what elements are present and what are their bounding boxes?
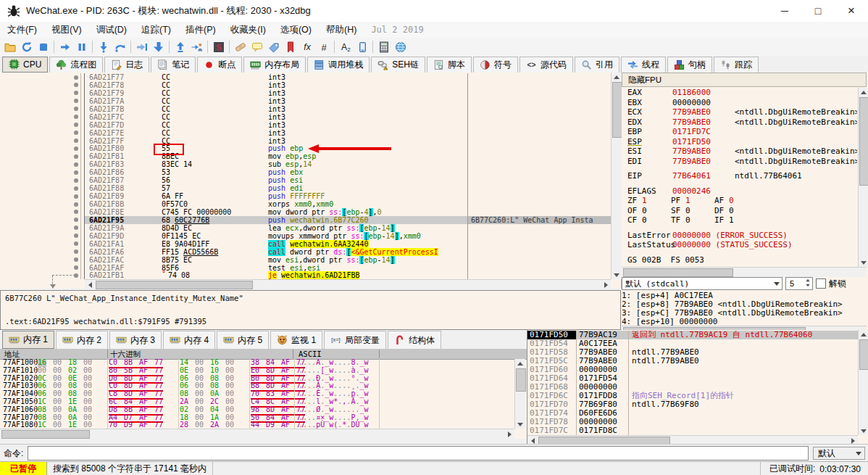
tab-CPU[interactable]: CPU <box>2 57 48 73</box>
registers-vertical-scrollbar[interactable] <box>858 88 868 267</box>
disassembly-vertical-scrollbar[interactable] <box>611 73 622 279</box>
stack-pane[interactable]: 0171FD5077B9AC19返回到 ntdll.77B9AC19 自 ntd… <box>527 330 868 444</box>
breakpoint-dot-icon[interactable] <box>74 210 78 214</box>
tab-调用堆栈[interactable]: 调用堆栈 <box>307 57 370 73</box>
stack-row[interactable]: 0171FD74D60FE6D6 <box>527 409 858 418</box>
disasm-row[interactable]: 6AD21F7DCCint3 <box>0 121 611 129</box>
breakpoint-dot-icon[interactable] <box>74 257 78 262</box>
breakpoint-dot-icon[interactable] <box>74 154 78 159</box>
breakpoint-dot-icon[interactable] <box>74 241 78 246</box>
register-row[interactable]: LastError00000000 (ERROR_SUCCESS) <box>622 231 857 241</box>
bottom-tab-内存-2[interactable]: 内存 2 <box>56 331 108 349</box>
bookmark-button[interactable] <box>282 39 299 54</box>
label-button[interactable] <box>265 39 282 54</box>
registers-horizontal-scrollbar[interactable] <box>622 267 867 277</box>
argument-count-stepper[interactable]: 5 <box>785 277 813 290</box>
disasm-row[interactable]: 6AD21F8EC745 FC 00000000mov dword ptr ss… <box>0 208 611 216</box>
font-size-button[interactable]: A2 <box>337 39 354 54</box>
unlock-checkbox[interactable] <box>816 278 826 289</box>
step-down-button[interactable] <box>150 39 167 54</box>
stack-row[interactable]: 0171FD7C0171FD8C <box>527 426 858 435</box>
scroll-thumb[interactable] <box>859 97 868 186</box>
register-row[interactable]: GS 002B FS 0053 <box>622 255 857 265</box>
memory-vertical-scrollbar[interactable] <box>514 359 525 429</box>
function-button[interactable]: fx <box>299 39 315 54</box>
bottom-tab-监视-1[interactable]: 监视 1 <box>270 331 322 349</box>
breakpoint-dot-icon[interactable] <box>74 139 78 143</box>
stack-row[interactable]: 0171FD54A0C17EEA <box>527 339 858 348</box>
disasm-row[interactable]: 6AD21F9568 60C2776Bpush wechatwin.6B77C2… <box>0 216 611 224</box>
minimize-button[interactable]: ─ <box>768 0 801 22</box>
disasm-row[interactable]: 6AD21FA1E8 9A04D1FFcall wechatwin.6AA324… <box>0 240 611 248</box>
scroll-up-icon[interactable] <box>859 330 868 339</box>
menu-item-视图V[interactable]: 视图(V) <box>44 22 89 38</box>
scroll-down-icon[interactable] <box>515 420 525 429</box>
disasm-row[interactable]: 6AD21F77CCint3 <box>0 73 611 81</box>
spinner-up-icon[interactable] <box>806 279 810 282</box>
hide-fpu-button[interactable]: 隐藏FPU <box>622 73 867 87</box>
menu-item-插件P[interactable]: 插件(P) <box>178 22 223 38</box>
command-profile-dropdown[interactable]: 默认 <box>813 447 865 460</box>
breakpoint-dot-icon[interactable] <box>74 226 78 230</box>
tab-日志[interactable]: 日志 <box>104 57 149 73</box>
register-row[interactable]: EIP77B64061ntdll.77B64061 <box>622 171 857 181</box>
disassembly-horizontal-scrollbar[interactable] <box>85 279 611 289</box>
execute-till-return-button[interactable] <box>172 39 188 54</box>
register-row[interactable]: OF 0SF 0DF 0 <box>622 206 857 216</box>
breakpoint-dot-icon[interactable] <box>74 162 78 167</box>
breakpoint-dot-icon[interactable] <box>74 249 78 254</box>
run-until-button[interactable] <box>133 39 150 54</box>
maximize-button[interactable]: □ <box>801 0 835 22</box>
register-row[interactable]: ESP0171FD50 <box>622 137 857 147</box>
breakpoint-dot-icon[interactable] <box>74 91 78 95</box>
memory-row[interactable]: 77AF10801C001E0070D9AF7728002A0044D9AF77… <box>0 421 514 429</box>
restart-button[interactable] <box>18 39 35 54</box>
menu-item-文件F[interactable]: 文件(F) <box>0 22 44 38</box>
close-button[interactable]: × <box>835 0 868 22</box>
scylla-button[interactable]: S <box>210 39 227 54</box>
bottom-tab-内存-5[interactable]: 内存 5 <box>217 331 269 349</box>
step-into-button[interactable] <box>95 39 112 54</box>
scroll-thumb[interactable] <box>1 430 90 439</box>
disasm-row[interactable]: 6AD21F7CCCint3 <box>0 113 611 121</box>
tab-笔记[interactable]: 笔记 <box>151 57 196 73</box>
disasm-row[interactable]: 6AD21FAF85F6test esi,esi <box>0 264 611 272</box>
comment-button[interactable] <box>249 39 265 54</box>
breakpoint-dot-icon[interactable] <box>74 131 78 135</box>
stack-vertical-scrollbar[interactable] <box>858 330 868 435</box>
breakpoint-dot-icon[interactable] <box>74 115 78 119</box>
stop-button[interactable] <box>35 39 51 54</box>
disasm-row[interactable]: 6AD21F9A8D4D EClea ecx,dword ptr ss:[ebp… <box>0 224 611 232</box>
disasm-row[interactable]: 6AD21F896A FFpush FFFFFFFF <box>0 192 611 200</box>
scroll-down-icon[interactable] <box>859 426 868 435</box>
register-row[interactable]: EDX77B9ABE0<ntdll.DbgUiRemoteBreakin> <box>622 117 857 128</box>
tab-脚本[interactable]: 脚本 <box>427 57 472 73</box>
menu-item-追踪T[interactable]: 追踪(T) <box>134 22 178 38</box>
breakpoint-dot-icon[interactable] <box>74 265 78 270</box>
tab-流程图[interactable]: 流程图 <box>49 57 103 73</box>
disasm-row[interactable]: 6AD21F8055push ebp <box>0 144 611 152</box>
breakpoint-dot-icon[interactable] <box>74 202 78 207</box>
scroll-down-icon[interactable] <box>612 270 622 279</box>
tab-句柄[interactable]: 句柄 <box>667 57 712 73</box>
donate-button[interactable] <box>392 39 409 54</box>
scroll-up-icon[interactable] <box>859 88 868 96</box>
register-row[interactable]: EBX00000000 <box>622 98 857 108</box>
scroll-thumb[interactable] <box>612 82 622 138</box>
breakpoint-dot-icon[interactable] <box>74 234 78 238</box>
tab-内存布局[interactable]: 内存布局 <box>243 57 306 73</box>
breakpoint-dot-icon[interactable] <box>74 178 78 183</box>
tab-引用[interactable]: 引用 <box>575 57 619 73</box>
disasm-row[interactable]: 6AD21F9D0F1145 ECmovups xmmword ptr ss:[… <box>0 232 611 240</box>
bottom-tab-结构体[interactable]: 结构体 <box>388 331 441 349</box>
disasm-row[interactable]: 6AD21F8383EC 14sub esp,14 <box>0 160 611 168</box>
step-over-button[interactable] <box>112 39 128 54</box>
register-row[interactable]: ZF 1PF 1AF 0 <box>622 196 857 206</box>
disasm-row[interactable]: 6AD21F8653push ebx <box>0 168 611 176</box>
breakpoint-dot-icon[interactable] <box>74 194 78 199</box>
register-row[interactable]: EFLAGS00000246 <box>622 186 857 197</box>
stack-row[interactable]: 0171FD6000000000 <box>527 365 858 374</box>
menu-item-选项O[interactable]: 选项(O) <box>273 22 319 38</box>
hash-button[interactable]: # <box>315 39 332 54</box>
tab-符号[interactable]: 符号 <box>473 57 518 73</box>
